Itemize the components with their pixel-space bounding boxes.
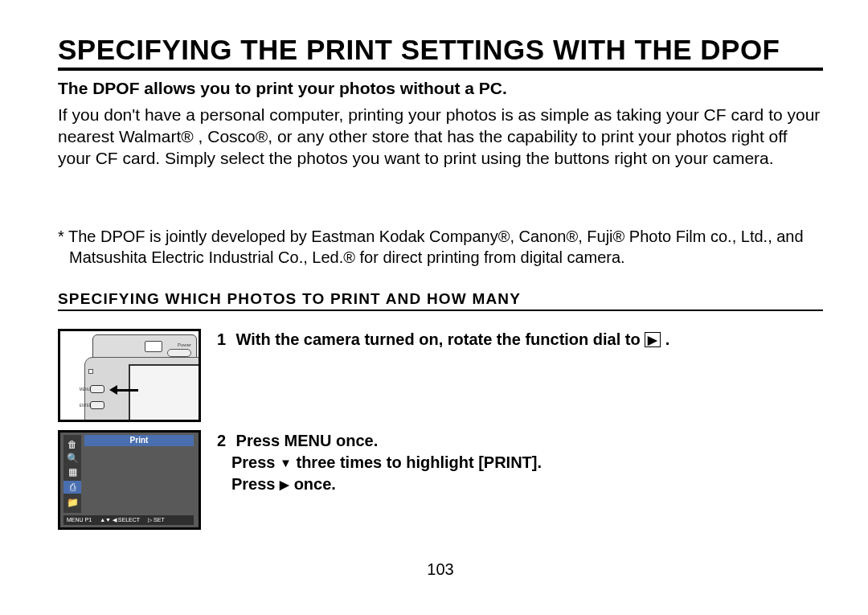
bottom-menu-label: MENU P1	[67, 517, 92, 523]
playback-mode-icon: ▶	[645, 332, 661, 347]
bottom-select-label: ▲▼ ◀ SELECT	[100, 517, 140, 523]
camera-diagram: Power MENU ENTER	[58, 329, 201, 422]
step-2-text: 2 Press MENU once. Press ▼ three times t…	[217, 430, 823, 495]
step-1-image: Power MENU ENTER	[58, 329, 203, 422]
subtitle: The DPOF allows you to print your photos…	[58, 79, 823, 98]
page-title: SPECIFYING THE PRINT SETTINGS WITH THE D…	[58, 34, 823, 71]
print-icon: ⎙	[63, 481, 81, 494]
menu-sidebar: 🗑 🔍 ▦ ⎙ 📁	[63, 435, 81, 513]
step-2-number: 2	[217, 430, 231, 452]
camera-rear-screen	[129, 364, 201, 422]
menu-button-icon	[90, 385, 104, 393]
step-2-row: 🗑 🔍 ▦ ⎙ 📁 Print MENU P1 ▲▼ ◀ SELECT ▷ SE…	[58, 430, 823, 530]
enter-button-icon	[90, 401, 104, 409]
step-2-image: 🗑 🔍 ▦ ⎙ 📁 Print MENU P1 ▲▼ ◀ SELECT ▷ SE…	[58, 430, 203, 530]
bottom-set-label: ▷ SET	[148, 517, 165, 523]
right-arrow-icon: ▶	[280, 478, 289, 491]
slideshow-icon: ▦	[68, 467, 77, 477]
footnote: * The DPOF is jointly developed by Eastm…	[58, 226, 823, 268]
page-number: 103	[58, 560, 823, 579]
magnify-icon: 🔍	[67, 453, 79, 463]
manual-page: SPECIFYING THE PRINT SETTINGS WITH THE D…	[0, 0, 868, 595]
step-1-text: 1 With the camera turned on, rotate the …	[217, 329, 823, 351]
camera-top-lcd	[145, 341, 162, 352]
menu-title-bar: Print	[84, 435, 194, 446]
intro-paragraph: If you don't have a personal computer, p…	[58, 105, 823, 170]
step-1-number: 1	[217, 329, 231, 351]
step-1-row: Power MENU ENTER 1 With th	[58, 329, 823, 422]
down-arrow-icon: ▼	[280, 456, 292, 469]
arrow-left-icon	[109, 387, 141, 393]
power-switch-icon	[167, 349, 191, 357]
power-label: Power	[178, 342, 191, 347]
trash-icon: 🗑	[68, 440, 77, 449]
steps-list: Power MENU ENTER 1 With th	[58, 329, 823, 530]
menu-label: MENU	[80, 387, 90, 391]
menu-bottom-bar: MENU P1 ▲▼ ◀ SELECT ▷ SET	[63, 515, 194, 525]
io-port-icon	[88, 369, 93, 374]
camera-menu-screen: 🗑 🔍 ▦ ⎙ 📁 Print MENU P1 ▲▼ ◀ SELECT ▷ SE…	[58, 430, 201, 530]
folder-icon: 📁	[67, 498, 79, 507]
section-heading: SPECIFYING WHICH PHOTOS TO PRINT AND HOW…	[58, 290, 823, 311]
